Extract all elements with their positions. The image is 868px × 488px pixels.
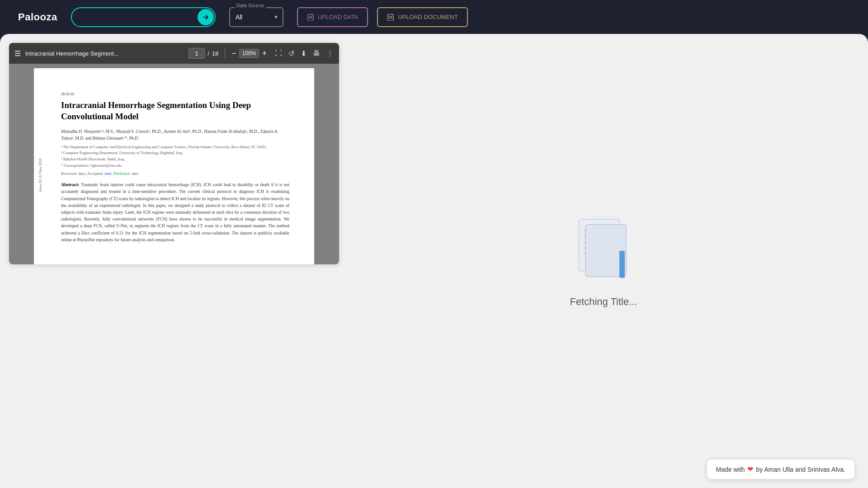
pdf-title: Intracranial Hemorrhage Segment... xyxy=(25,50,184,57)
search-button[interactable] xyxy=(198,9,214,25)
arrow-right-icon xyxy=(202,14,209,21)
pdf-zoom-level: 100% xyxy=(239,49,259,58)
affiliation-1: ¹ The Department of Computer and Electri… xyxy=(61,144,289,150)
document-icon-container xyxy=(574,215,633,287)
document-icon xyxy=(574,215,633,287)
upload-data-label: UPLOAD DATA xyxy=(318,14,359,20)
header: Palooza Data Source All PubMed ArXiv Loc… xyxy=(0,0,868,34)
svg-rect-1 xyxy=(388,14,393,21)
pdf-toolbar: ☰ Intracranial Hemorrhage Segment... / 1… xyxy=(9,43,339,64)
expand-icon[interactable]: ⛶ xyxy=(275,49,282,57)
pdf-abstract: Abstract: Traumatic brain injuries could… xyxy=(61,181,289,244)
pdf-sidebar-text: [eess.IV] 15 Nov 2019 xyxy=(38,159,42,192)
pdf-article-label: Article xyxy=(61,91,289,96)
zoom-in-button[interactable]: + xyxy=(262,49,267,57)
data-source-container: Data Source All PubMed ArXiv Local ▼ xyxy=(229,7,283,27)
print-icon[interactable]: 🖶 xyxy=(313,49,320,57)
upload-document-label: UPLOAD DOCUMENT xyxy=(398,14,458,20)
pdf-content[interactable]: [eess.IV] 15 Nov 2019 Article Intracrani… xyxy=(9,64,339,264)
pdf-page-info: / 18 xyxy=(189,48,218,59)
affiliation-2: ² Computer Engineering Department, Unive… xyxy=(61,150,289,156)
pdf-page: [eess.IV] 15 Nov 2019 Article Intracrani… xyxy=(34,68,314,264)
upload-document-button[interactable]: UPLOAD DOCUMENT xyxy=(377,7,467,27)
pdf-dates: Received: date; Accepted: date; Publishe… xyxy=(61,171,289,176)
pdf-total-pages: 18 xyxy=(212,50,218,57)
data-source-label: Data Source xyxy=(235,3,266,8)
history-icon[interactable]: ↺ xyxy=(288,49,294,58)
zoom-out-button[interactable]: − xyxy=(231,49,236,57)
footer-badge: Made with ❤ by Aman Ulla and Srinivas Al… xyxy=(707,460,854,479)
pdf-affiliations: ¹ The Department of Computer and Electri… xyxy=(61,144,289,169)
pdf-page-input[interactable] xyxy=(189,48,205,59)
pdf-abstract-label: Abstract: xyxy=(61,182,80,187)
pdf-divider xyxy=(225,48,225,59)
svg-rect-9 xyxy=(619,251,625,278)
fetching-title: Fetching Title... xyxy=(570,296,637,308)
upload-data-icon xyxy=(307,14,314,21)
svg-rect-0 xyxy=(308,14,313,21)
download-icon[interactable]: ⬇ xyxy=(301,49,307,58)
pdf-abstract-body: Traumatic brain injuries could cause int… xyxy=(61,183,289,242)
upload-data-button[interactable]: UPLOAD DATA xyxy=(297,7,368,27)
made-with-label: Made with xyxy=(716,466,745,473)
fetching-card: Fetching Title... xyxy=(570,215,637,308)
pdf-paper-title: Intracranial Hemorrhage Segmentation Usi… xyxy=(61,100,289,122)
affiliation-3: ³ Babylon Health Directorate, Babil, Ira… xyxy=(61,156,289,163)
search-container xyxy=(71,7,216,27)
data-source-select[interactable]: All PubMed ArXiv Local xyxy=(229,7,283,27)
menu-icon[interactable]: ☰ xyxy=(14,49,21,58)
pdf-authors: Murtadha D. Hssayeni¹·², M.S., Muayad S.… xyxy=(61,128,289,141)
affiliation-4: * Correspondence: bghoraani@fau.edu. xyxy=(61,163,289,169)
heart-icon: ❤ xyxy=(747,465,753,474)
pdf-zoom-controls: − 100% + xyxy=(231,49,267,58)
pdf-toolbar-actions: ⛶ ↺ ⬇ 🖶 ⋮ xyxy=(275,49,334,58)
right-panel: Fetching Title... xyxy=(348,43,859,479)
pdf-page-separator: / xyxy=(208,50,209,57)
pdf-viewer: ☰ Intracranial Hemorrhage Segment... / 1… xyxy=(9,43,339,264)
more-options-icon[interactable]: ⋮ xyxy=(326,49,334,58)
main-content: ☰ Intracranial Hemorrhage Segment... / 1… xyxy=(0,34,868,488)
upload-document-icon xyxy=(387,14,394,21)
author-text: by Aman Ulla and Srinivas Alva. xyxy=(756,466,845,473)
logo: Palooza xyxy=(18,11,57,23)
search-input[interactable] xyxy=(71,7,216,27)
